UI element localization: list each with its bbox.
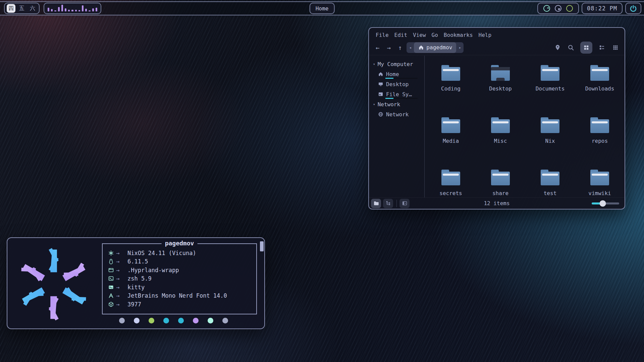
menu-file[interactable]: File <box>376 32 389 38</box>
arrow-icon: → <box>116 275 127 282</box>
folder-label: Downloads <box>585 85 614 92</box>
visualizer-bar <box>85 9 87 11</box>
fetch-value: JetBrains Mono Nerd Font 14.0 <box>127 292 227 299</box>
toolbar: ← → ↑ ◂ pagedmov ▸ <box>369 40 625 55</box>
fetch-row: →.Hyprland-wrapp <box>108 266 256 275</box>
sidebar-item-home[interactable]: Home <box>378 69 424 79</box>
path-segment-home[interactable]: pagedmov <box>414 42 456 53</box>
fetch-row: →JetBrains Mono Nerd Font 14.0 <box>108 292 256 300</box>
zoom-slider[interactable] <box>592 202 619 204</box>
folder-label: secrets <box>439 190 462 196</box>
path-bar: ◂ pagedmov ▸ <box>407 42 464 53</box>
sidebar-item-label: Home <box>386 71 399 77</box>
sidebar-group-label: Network <box>378 101 400 108</box>
visualizer-bar <box>48 8 49 11</box>
arrow-icon: → <box>116 292 127 299</box>
workspace-item[interactable]: 五 <box>17 4 26 13</box>
disk-usage-bar <box>385 98 418 99</box>
home-icon <box>378 70 384 78</box>
folder-desktop[interactable]: Desktop <box>476 64 525 115</box>
search-icon[interactable] <box>567 44 575 52</box>
detailed-view-button[interactable] <box>611 44 619 52</box>
folder-icon <box>441 65 460 81</box>
chevron-down-icon: ▾ <box>373 62 375 66</box>
workspace-active[interactable]: 四 <box>7 4 15 13</box>
fetch-row: →zsh 5.9 <box>108 275 256 283</box>
zoom-slider-thumb[interactable] <box>599 200 606 206</box>
folder-misc[interactable]: Misc <box>476 117 525 167</box>
sidebar-group-my-computer[interactable]: ▾My Computer <box>373 59 424 69</box>
power-button[interactable] <box>625 3 641 14</box>
status-bar: 12 items <box>369 197 625 209</box>
clock: 08:22 PM <box>582 3 623 14</box>
icon-view-button[interactable] <box>580 42 592 54</box>
location-pin-icon[interactable] <box>553 44 561 52</box>
toggle-side-pane-button[interactable] <box>399 199 410 208</box>
shell-icon <box>108 276 116 282</box>
fetch-row: →3977 <box>108 300 256 309</box>
folder-icon <box>590 117 609 133</box>
fetch-row: →kitty <box>108 283 256 292</box>
palette-dot <box>208 318 213 323</box>
menu-view[interactable]: View <box>413 32 426 38</box>
meter-3-icon[interactable] <box>566 5 573 12</box>
back-button[interactable]: ← <box>376 44 379 51</box>
up-button[interactable]: ↑ <box>398 44 402 51</box>
audio-visualizer <box>44 3 101 14</box>
folder-media[interactable]: Media <box>426 117 476 167</box>
folder-icon <box>441 170 460 185</box>
items-count: 12 items <box>484 200 509 206</box>
folder-label: Nix <box>545 138 555 144</box>
visualizer-bar <box>92 8 94 11</box>
font-icon <box>108 293 116 299</box>
globe-icon <box>378 110 384 118</box>
palette-dot <box>222 318 228 323</box>
meter-2-icon[interactable] <box>555 5 561 12</box>
folder-repos[interactable]: repos <box>575 117 625 167</box>
meter-fill <box>545 6 549 10</box>
folder-label: Coding <box>441 85 461 92</box>
sidebar-item-desktop[interactable]: Desktop <box>378 79 424 89</box>
disk-usage-bar <box>385 78 418 79</box>
visualizer-bar <box>82 5 84 11</box>
clock-label: 08:22 PM <box>587 5 617 12</box>
folder-coding[interactable]: Coding <box>426 64 476 115</box>
tree-view-button[interactable] <box>383 199 393 208</box>
visualizer-bar <box>58 7 60 11</box>
top-bar: 四五六 Home 08:22 PM <box>0 1 644 15</box>
folder-label: Media <box>443 138 459 144</box>
compact-view-button[interactable] <box>598 44 606 52</box>
path-scroll-left-icon[interactable]: ◂ <box>407 45 414 50</box>
terminal-cursor <box>260 241 264 251</box>
folder-icon <box>541 170 559 185</box>
meter-1-icon[interactable] <box>543 5 550 12</box>
menu-help[interactable]: Help <box>479 32 492 38</box>
folder-icon <box>590 65 609 81</box>
show-directories-button[interactable] <box>371 199 381 208</box>
desktop-icon <box>378 80 384 88</box>
folder-nix[interactable]: Nix <box>525 117 575 167</box>
fetch-value: zsh 5.9 <box>127 275 152 282</box>
fetch-row: →NixOS 24.11 (Vicuna) <box>108 249 256 257</box>
menu-go[interactable]: Go <box>432 32 438 38</box>
palette-dot <box>163 318 169 323</box>
folder-documents[interactable]: Documents <box>525 64 575 115</box>
sidebar-item-label: Desktop <box>386 81 409 87</box>
folder-label: Misc <box>494 138 507 144</box>
sidebar-item-filesy[interactable]: File Sy… <box>378 89 424 99</box>
forward-button[interactable]: → <box>387 44 390 51</box>
sidebar-item-network[interactable]: Network <box>378 109 424 119</box>
path-scroll-right-icon[interactable]: ▸ <box>456 45 464 50</box>
fetch-rows: →NixOS 24.11 (Vicuna)→6.11.5→.Hyprland-w… <box>103 244 256 309</box>
workspace-item[interactable]: 六 <box>28 4 37 13</box>
menu-bookmarks[interactable]: Bookmarks <box>444 32 473 38</box>
system-meters <box>537 3 579 14</box>
folder-downloads[interactable]: Downloads <box>575 64 625 115</box>
menu-bar: FileEditViewGoBookmarksHelp <box>369 28 625 40</box>
palette-dot <box>134 318 140 323</box>
terminal-window[interactable]: pagedmov →NixOS 24.11 (Vicuna)→6.11.5→.H… <box>7 237 265 329</box>
palette-dot <box>149 318 154 323</box>
power-icon <box>629 4 637 12</box>
menu-edit[interactable]: Edit <box>394 32 408 38</box>
sidebar-group-network[interactable]: ▾Network <box>373 99 424 109</box>
